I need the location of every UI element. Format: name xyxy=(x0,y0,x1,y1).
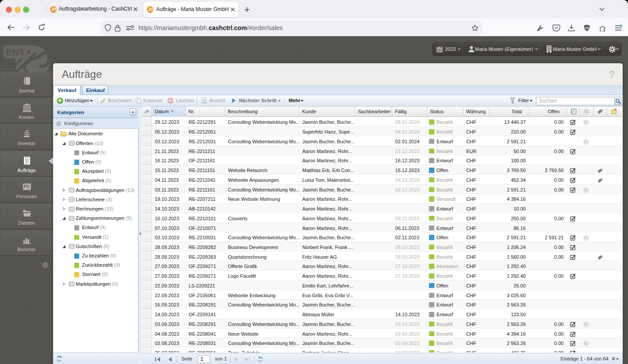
svg-text:uO: uO xyxy=(585,27,589,29)
svg-text:ENT: ENT xyxy=(6,47,25,57)
